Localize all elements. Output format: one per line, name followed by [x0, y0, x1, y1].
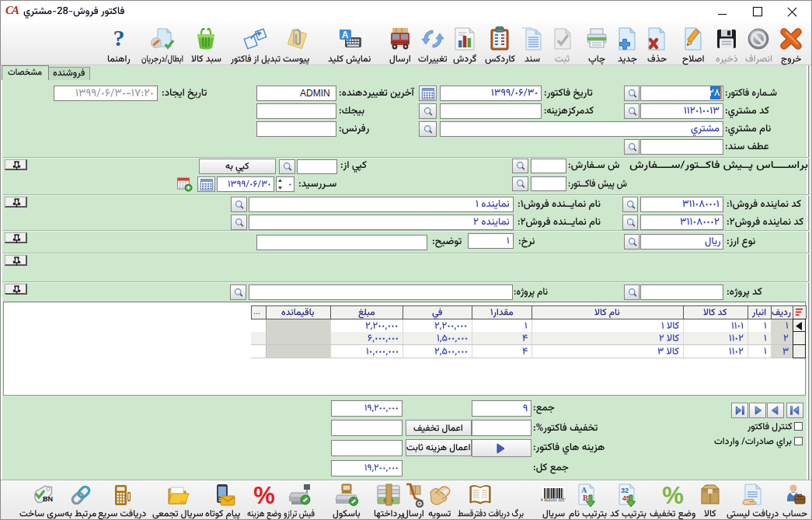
svg-text:4 902030 305": 4 902030 305"	[541, 497, 566, 502]
svg-text:BN: BN	[43, 495, 53, 503]
svg-text:B: B	[583, 494, 588, 502]
svg-text:A: A	[342, 30, 349, 40]
svg-text:32: 32	[621, 487, 629, 494]
svg-text:%: %	[253, 483, 275, 508]
svg-text:%: %	[662, 483, 684, 508]
svg-text:?: ?	[113, 26, 125, 51]
